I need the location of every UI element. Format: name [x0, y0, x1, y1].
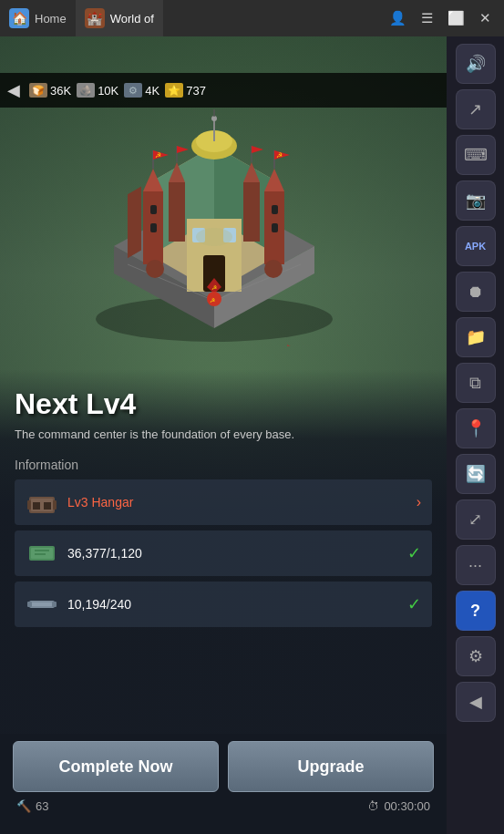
- gold-icon: ⭐: [165, 83, 183, 98]
- food-resource: 🍞 36K: [29, 83, 71, 98]
- level-description: The command center is the foundation of …: [15, 427, 432, 443]
- hammer-icon: 🔨: [16, 799, 31, 813]
- svg-rect-56: [31, 548, 53, 559]
- level-title: Next Lv4: [15, 387, 432, 421]
- home-tab-label: Home: [35, 12, 67, 26]
- iron-icon: ⚙: [124, 83, 142, 98]
- hangar-icon: [26, 489, 58, 515]
- info-label: Information: [15, 458, 432, 472]
- hammer-stat: 🔨 63: [16, 799, 48, 813]
- back-nav-button[interactable]: ◀: [456, 682, 496, 722]
- svg-point-46: [264, 260, 283, 278]
- resource2-icon: [26, 592, 58, 617]
- home-tab-icon: 🏠: [9, 8, 29, 28]
- hangar-req-name: Lv3 Hangar: [67, 495, 417, 510]
- window-controls: 👤 ☰ ⬜ ✕: [386, 10, 504, 26]
- svg-rect-62: [52, 602, 57, 607]
- record-button[interactable]: ⏺: [456, 272, 496, 312]
- menu-icon[interactable]: ☰: [417, 10, 437, 26]
- svg-rect-5: [287, 345, 301, 346]
- game-area: ◀ 🍞 36K 🪨 10K ⚙ 4K ⭐ 737: [0, 36, 447, 834]
- game-tab-label: World of: [110, 12, 154, 26]
- tab-game[interactable]: 🏰 World of: [76, 0, 163, 36]
- svg-rect-61: [27, 602, 32, 607]
- clock-icon: ⏱: [367, 799, 379, 813]
- svg-rect-15: [150, 205, 157, 214]
- apk-button[interactable]: APK: [456, 226, 496, 266]
- time-stat: ⏱ 00:30:00: [367, 799, 430, 813]
- svg-text:☭: ☭: [211, 284, 217, 291]
- sound-button[interactable]: 🔊: [456, 44, 496, 84]
- folder-button[interactable]: 📁: [456, 317, 496, 357]
- gold-value: 737: [186, 84, 206, 98]
- resource-bar: ◀ 🍞 36K 🪨 10K ⚙ 4K ⭐ 737: [0, 73, 447, 108]
- svg-rect-51: [33, 502, 40, 510]
- iron-resource: ⚙ 4K: [124, 83, 159, 98]
- action-buttons: Complete Now Upgrade: [13, 741, 434, 792]
- keyboard-button[interactable]: ⌨: [456, 135, 496, 175]
- svg-rect-60: [31, 602, 53, 606]
- svg-rect-52: [44, 502, 51, 510]
- bottom-bar: Complete Now Upgrade 🔨 63 ⏱ 00:30:00: [0, 734, 447, 834]
- bottom-info: 🔨 63 ⏱ 00:30:00: [13, 798, 434, 815]
- svg-marker-34: [252, 146, 263, 153]
- svg-marker-30: [177, 146, 189, 153]
- iron-value: 4K: [145, 84, 159, 98]
- requirement-hangar[interactable]: Lv3 Hangar ›: [15, 479, 432, 525]
- title-bar: 🏠 Home 🏰 World of 👤 ☰ ⬜ ✕: [0, 0, 504, 36]
- resource2-value: 10,194/240: [67, 597, 407, 612]
- layers-button[interactable]: ⧉: [456, 363, 496, 403]
- svg-rect-22: [272, 205, 278, 214]
- hammer-count: 63: [36, 799, 48, 813]
- svg-text:☭: ☭: [276, 151, 283, 160]
- game-tab-icon: 🏰: [85, 8, 105, 28]
- svg-point-45: [146, 260, 164, 278]
- help-button[interactable]: ?: [456, 591, 496, 631]
- resize-button[interactable]: ⤢: [456, 499, 496, 540]
- svg-text:☭: ☭: [210, 297, 215, 304]
- requirement-resource2: 10,194/240 ✓: [15, 582, 432, 627]
- food-icon: 🍞: [29, 83, 47, 98]
- svg-rect-16: [150, 223, 157, 232]
- tab-home[interactable]: 🏠 Home: [0, 0, 76, 36]
- svg-point-39: [196, 228, 232, 246]
- stone-resource: 🪨 10K: [77, 83, 118, 98]
- svg-rect-27: [169, 182, 185, 242]
- building-wrapper: ☭ ☭: [77, 91, 369, 365]
- location-button[interactable]: 📍: [456, 408, 496, 448]
- right-sidebar: 🔊 ↗ ⌨ 📷 APK ⏺ 📁 ⧉ 📍 🔄 ⤢ ··· ? ⚙ ◀: [447, 36, 504, 834]
- profile-icon[interactable]: 👤: [386, 10, 410, 26]
- gold-resource: ⭐ 737: [165, 83, 206, 98]
- camera-button[interactable]: 📷: [456, 180, 496, 221]
- svg-rect-31: [243, 182, 260, 242]
- resource1-value: 36,377/1,120: [67, 546, 407, 561]
- hangar-status-icon: ›: [417, 494, 421, 510]
- refresh-button[interactable]: 🔄: [456, 454, 496, 494]
- stone-icon: 🪨: [77, 83, 95, 98]
- food-value: 36K: [50, 84, 71, 98]
- svg-text:☭: ☭: [155, 151, 161, 160]
- stone-value: 10K: [98, 84, 118, 98]
- upgrade-button[interactable]: Upgrade: [228, 741, 434, 792]
- building-svg: ☭ ☭: [77, 91, 351, 346]
- settings-button[interactable]: ⚙: [456, 636, 496, 676]
- resource2-status-icon: ✓: [407, 594, 421, 614]
- maximize-icon[interactable]: ⬜: [444, 10, 468, 26]
- more-button[interactable]: ···: [456, 545, 496, 585]
- svg-rect-4: [128, 187, 141, 259]
- svg-rect-54: [53, 500, 57, 510]
- svg-rect-53: [27, 500, 31, 510]
- complete-now-button[interactable]: Complete Now: [13, 741, 219, 792]
- time-value: 00:30:00: [384, 799, 430, 813]
- svg-rect-23: [272, 223, 278, 232]
- close-icon[interactable]: ✕: [476, 10, 495, 26]
- back-button[interactable]: ◀: [7, 80, 20, 100]
- resource1-icon: [26, 541, 58, 566]
- resource1-status-icon: ✓: [407, 543, 421, 563]
- cursor-button[interactable]: ↗: [456, 89, 496, 129]
- requirement-resource1: 36,377/1,120 ✓: [15, 530, 432, 576]
